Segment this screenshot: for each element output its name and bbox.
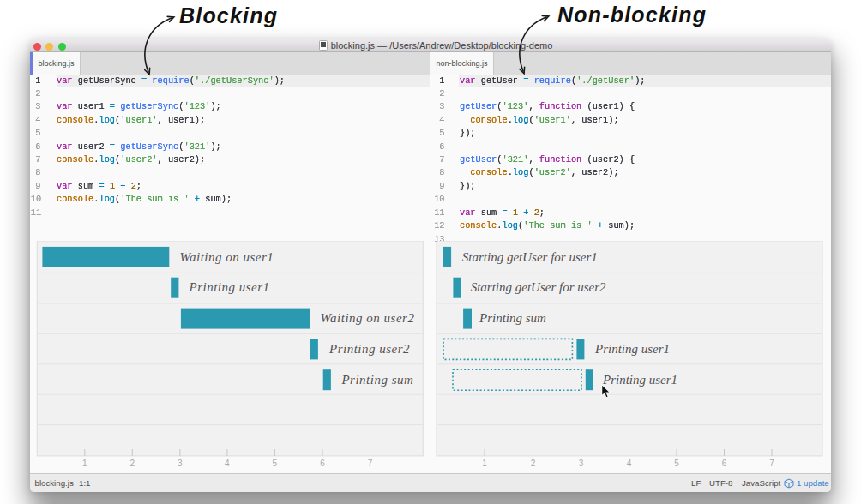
svg-text:1: 1 xyxy=(82,459,87,468)
svg-text:4: 4 xyxy=(225,459,230,468)
svg-text:2: 2 xyxy=(130,459,135,468)
svg-text:Starting getUser for user1: Starting getUser for user1 xyxy=(462,250,598,264)
svg-text:Printing user1: Printing user1 xyxy=(189,280,270,294)
svg-text:5: 5 xyxy=(674,459,679,468)
svg-text:Printing user1: Printing user1 xyxy=(602,373,677,387)
svg-text:Starting getUser for user2: Starting getUser for user2 xyxy=(471,280,606,294)
svg-text:1: 1 xyxy=(482,459,487,468)
svg-text:5: 5 xyxy=(273,459,278,468)
svg-text:Printing user1: Printing user1 xyxy=(594,342,670,356)
svg-text:6: 6 xyxy=(722,459,727,468)
svg-text:4: 4 xyxy=(627,459,632,468)
svg-text:7: 7 xyxy=(368,459,373,468)
svg-text:Waiting on user1: Waiting on user1 xyxy=(179,250,274,264)
svg-text:6: 6 xyxy=(320,459,325,468)
svg-text:Printing sum: Printing sum xyxy=(340,373,413,387)
svg-text:Printing user2: Printing user2 xyxy=(328,342,410,356)
svg-text:7: 7 xyxy=(769,459,774,468)
svg-text:2: 2 xyxy=(531,459,536,468)
svg-text:Waiting on user2: Waiting on user2 xyxy=(321,311,415,325)
svg-text:3: 3 xyxy=(178,459,183,468)
svg-text:Printing sum: Printing sum xyxy=(479,311,546,325)
svg-text:3: 3 xyxy=(579,459,584,468)
